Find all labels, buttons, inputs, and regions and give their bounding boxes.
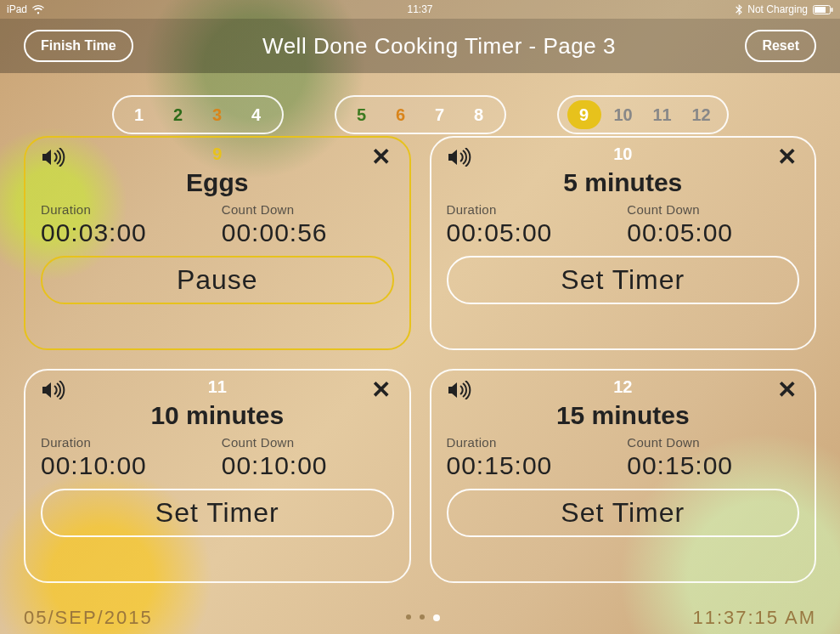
timer-card-name: 15 minutes bbox=[447, 401, 800, 430]
page-dot[interactable] bbox=[406, 614, 411, 620]
status-carrier: iPad bbox=[7, 3, 27, 15]
status-bar: iPad 11:37 Not Charging bbox=[0, 0, 840, 19]
pager-item-6[interactable]: 6 bbox=[384, 100, 418, 129]
timer-card-number: 11 bbox=[208, 377, 227, 397]
page-dot[interactable] bbox=[420, 614, 425, 620]
duration-label: Duration bbox=[41, 202, 213, 217]
countdown-label: Count Down bbox=[627, 202, 799, 217]
footer: 05/SEP/2015 11:37:15 AM bbox=[24, 607, 816, 629]
duration-value: 00:10:00 bbox=[41, 451, 213, 480]
wifi-icon bbox=[32, 5, 44, 14]
pager-group-1: 1234 bbox=[112, 95, 284, 134]
footer-time: 11:37:15 AM bbox=[692, 607, 816, 629]
duration-value: 00:03:00 bbox=[41, 218, 213, 247]
pager-item-2[interactable]: 2 bbox=[161, 100, 195, 129]
header-bar: Finish Time Well Done Cooking Timer - Pa… bbox=[0, 19, 840, 73]
battery-icon bbox=[813, 5, 833, 14]
timer-card-10: ✕105 minutesDuration00:05:00Count Down00… bbox=[430, 136, 817, 350]
pager-item-1[interactable]: 1 bbox=[122, 100, 156, 129]
countdown-label: Count Down bbox=[222, 435, 394, 450]
duration-label: Duration bbox=[447, 202, 619, 217]
timer-card-12: ✕1215 minutesDuration00:15:00Count Down0… bbox=[430, 369, 817, 583]
pager-item-8[interactable]: 8 bbox=[462, 100, 496, 129]
speaker-icon[interactable] bbox=[447, 379, 472, 401]
pager-item-5[interactable]: 5 bbox=[345, 100, 379, 129]
countdown-value: 00:00:56 bbox=[222, 218, 394, 247]
close-icon[interactable]: ✕ bbox=[369, 379, 394, 401]
duration-label: Duration bbox=[41, 435, 213, 450]
svg-rect-2 bbox=[832, 8, 833, 12]
svg-rect-1 bbox=[815, 7, 826, 13]
status-charge: Not Charging bbox=[747, 3, 808, 15]
timer-card-number: 12 bbox=[613, 377, 632, 397]
timer-action-button[interactable]: Set Timer bbox=[447, 489, 800, 537]
timer-card-number: 9 bbox=[212, 144, 222, 164]
duration-value: 00:15:00 bbox=[447, 451, 619, 480]
page-dots bbox=[406, 614, 440, 621]
countdown-value: 00:10:00 bbox=[222, 451, 394, 480]
timer-card-name: Eggs bbox=[41, 168, 394, 197]
reset-button[interactable]: Reset bbox=[745, 30, 816, 62]
duration-value: 00:05:00 bbox=[447, 218, 619, 247]
close-icon[interactable]: ✕ bbox=[774, 379, 799, 401]
timer-card-name: 10 minutes bbox=[41, 401, 394, 430]
pager-item-3[interactable]: 3 bbox=[200, 100, 234, 129]
countdown-label: Count Down bbox=[627, 435, 799, 450]
pager-item-7[interactable]: 7 bbox=[423, 100, 457, 129]
status-time: 11:37 bbox=[407, 3, 432, 15]
duration-label: Duration bbox=[447, 435, 619, 450]
pager-group-3: 9101112 bbox=[557, 95, 729, 134]
speaker-icon[interactable] bbox=[41, 379, 66, 401]
pager-item-10[interactable]: 10 bbox=[606, 100, 640, 129]
pager-group-2: 5678 bbox=[335, 95, 506, 134]
pager-item-12[interactable]: 12 bbox=[685, 100, 719, 129]
timer-cards-grid: ✕9EggsDuration00:03:00Count Down00:00:56… bbox=[24, 136, 816, 583]
footer-date: 05/SEP/2015 bbox=[24, 607, 153, 629]
speaker-icon[interactable] bbox=[41, 146, 66, 168]
timer-action-button[interactable]: Set Timer bbox=[447, 256, 800, 304]
timer-card-11: ✕1110 minutesDuration00:10:00Count Down0… bbox=[24, 369, 411, 583]
page-dot-active[interactable] bbox=[433, 614, 440, 621]
close-icon[interactable]: ✕ bbox=[369, 146, 394, 168]
app-title: Well Done Cooking Timer - Page 3 bbox=[262, 33, 616, 59]
bluetooth-icon bbox=[736, 4, 742, 15]
timer-card-9: ✕9EggsDuration00:03:00Count Down00:00:56… bbox=[24, 136, 411, 350]
countdown-value: 00:15:00 bbox=[627, 451, 799, 480]
finish-time-button[interactable]: Finish Time bbox=[24, 30, 133, 62]
timer-action-button[interactable]: Pause bbox=[41, 256, 394, 304]
speaker-icon[interactable] bbox=[447, 146, 472, 168]
timer-card-number: 10 bbox=[613, 144, 632, 164]
countdown-label: Count Down bbox=[222, 202, 394, 217]
timer-action-button[interactable]: Set Timer bbox=[41, 489, 394, 537]
pager-item-11[interactable]: 11 bbox=[646, 100, 679, 129]
countdown-value: 00:05:00 bbox=[627, 218, 799, 247]
pager-item-4[interactable]: 4 bbox=[240, 100, 273, 129]
close-icon[interactable]: ✕ bbox=[774, 146, 799, 168]
timer-card-name: 5 minutes bbox=[447, 168, 800, 197]
pager-item-9[interactable]: 9 bbox=[567, 100, 601, 129]
